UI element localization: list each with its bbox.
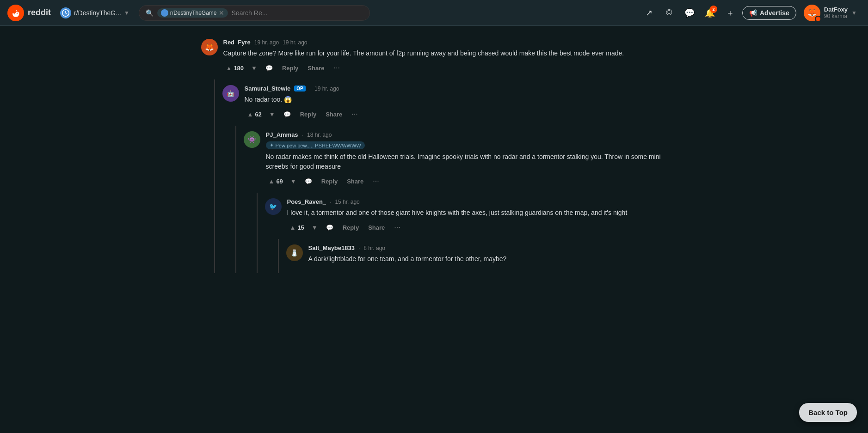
- user-profile-menu[interactable]: 🦊 DatFoxy 90 karma ▼: [800, 3, 861, 23]
- comment-author[interactable]: Salt_Maybe1833: [308, 244, 355, 251]
- downvote-icon: [269, 111, 275, 118]
- comment-icon: 💬: [283, 111, 291, 118]
- comment-icon: 💬: [305, 178, 312, 185]
- avatar: 🦊: [201, 39, 218, 55]
- search-bar[interactable]: 🔍 r/DestinyTheGame ✕: [139, 5, 370, 21]
- comment-author[interactable]: Red_Fyre: [223, 39, 251, 46]
- vote-count: 62: [255, 111, 261, 118]
- upvote-button[interactable]: 180: [223, 63, 247, 73]
- comment-author[interactable]: PJ_Ammas: [266, 131, 298, 138]
- reply-button[interactable]: Reply: [318, 176, 341, 187]
- avatar: 🤖: [222, 85, 239, 102]
- downvote-icon: [312, 224, 318, 231]
- comment-indent-level-3: 🐦 Poes_Raven_ · 15 hr. ago I love it, a …: [257, 193, 667, 273]
- chevron-down-icon: ▼: [124, 10, 129, 16]
- upvote-button[interactable]: 69: [266, 176, 286, 187]
- comment-samurai-stewie: 🤖 Samurai_Stewie OP · 19 hr. ago No rada…: [222, 79, 667, 126]
- awards-icon: ©: [666, 8, 672, 18]
- subreddit-selector[interactable]: r/DestinyTheG... ▼: [56, 6, 133, 20]
- notification-badge: 2: [710, 6, 717, 13]
- comment-actions: 69 💬 Reply Share ···: [266, 175, 667, 187]
- more-options-button[interactable]: ···: [348, 108, 361, 120]
- downvote-icon: [251, 65, 257, 72]
- reddit-logo[interactable]: reddit: [7, 5, 51, 21]
- more-options-button[interactable]: ···: [390, 221, 404, 233]
- more-options-button[interactable]: ···: [330, 62, 344, 74]
- subreddit-name: r/DestinyTheG...: [74, 9, 121, 17]
- comment-icon-button[interactable]: 💬: [301, 176, 316, 187]
- plus-icon: ＋: [726, 7, 734, 18]
- downvote-icon: [290, 178, 296, 185]
- search-input[interactable]: [232, 9, 363, 17]
- comment-body: Poes_Raven_ · 15 hr. ago I love it, a to…: [287, 198, 667, 233]
- comment-icon-button[interactable]: 💬: [280, 109, 295, 120]
- comment-meta: Poes_Raven_ · 15 hr. ago: [287, 198, 667, 205]
- avatar: 👾: [244, 131, 260, 148]
- create-post-button[interactable]: ＋: [722, 5, 739, 21]
- vote-count: 69: [276, 178, 283, 185]
- trending-button[interactable]: ↗: [640, 5, 657, 21]
- reddit-icon: [7, 5, 24, 21]
- downvote-button[interactable]: [288, 176, 299, 187]
- reply-button[interactable]: Reply: [339, 222, 363, 233]
- comment-body: Samurai_Stewie OP · 19 hr. ago No radar …: [245, 85, 667, 120]
- upvote-button[interactable]: 62: [245, 109, 265, 120]
- comment-time: ·: [302, 132, 303, 138]
- comment-thread: 🦊 Red_Fyre 19 hr. ago 19 hr. ago Capture…: [194, 33, 675, 273]
- reply-button[interactable]: Reply: [278, 63, 302, 73]
- share-button[interactable]: Share: [343, 176, 367, 187]
- comment-red-fyre: 🦊 Red_Fyre 19 hr. ago 19 hr. ago Capture…: [201, 33, 667, 79]
- comment-time: ·: [309, 85, 311, 92]
- upvote-icon: [247, 111, 253, 118]
- comment-icon-button[interactable]: 💬: [322, 222, 337, 233]
- comment-flair: ✦ Pew pew pew..... PSHEEWWWWWW: [266, 141, 365, 149]
- downvote-button[interactable]: [266, 109, 278, 120]
- downvote-button[interactable]: [309, 222, 320, 233]
- megaphone-icon: 📢: [749, 9, 757, 17]
- comment-actions: 62 💬 Reply Share ···: [245, 108, 667, 120]
- more-options-button[interactable]: ···: [369, 175, 382, 187]
- comment-time-value: 15 hr. ago: [335, 199, 359, 205]
- main-content: 🦊 Red_Fyre 19 hr. ago 19 hr. ago Capture…: [194, 26, 675, 281]
- comment-icon: 💬: [326, 224, 333, 231]
- vote-count: 180: [234, 65, 244, 72]
- comment-body: PJ_Ammas · 18 hr. ago ✦ Pew pew pew.....…: [266, 131, 667, 187]
- reply-button[interactable]: Reply: [296, 109, 320, 120]
- back-to-top-button[interactable]: Back to Top: [799, 403, 857, 422]
- share-button[interactable]: Share: [304, 63, 328, 73]
- avatar: 🦊: [804, 5, 820, 21]
- reddit-wordmark: reddit: [28, 8, 51, 18]
- comment-icon-button[interactable]: 💬: [262, 63, 277, 73]
- search-tag-icon: [161, 9, 168, 17]
- awards-button[interactable]: ©: [661, 5, 677, 21]
- notifications-button[interactable]: 🔔 2: [702, 5, 718, 21]
- comment-text: No radar makes me think of the old Hallo…: [266, 152, 667, 171]
- share-button[interactable]: Share: [322, 109, 346, 120]
- comment-author[interactable]: Samurai_Stewie: [245, 85, 291, 92]
- search-tag-close-icon[interactable]: ✕: [219, 9, 224, 17]
- comment-meta: Samurai_Stewie OP · 19 hr. ago: [245, 85, 667, 92]
- comment-actions: 180 💬 Reply Share ···: [223, 62, 667, 74]
- comment-time: ·: [358, 245, 360, 251]
- comment-time-value: 19 hr. ago: [314, 85, 339, 92]
- op-badge: OP: [294, 85, 305, 91]
- avatar: 🧂: [286, 244, 303, 261]
- comment-indent-level-1: 🤖 Samurai_Stewie OP · 19 hr. ago No rada…: [214, 79, 667, 273]
- comment-text: No radar too. 😱: [245, 95, 667, 104]
- vote-count: 15: [297, 224, 304, 231]
- flair-icon: ✦: [270, 142, 274, 148]
- downvote-button[interactable]: [248, 63, 260, 73]
- chat-button[interactable]: 💬: [681, 5, 698, 21]
- user-chevron-icon: ▼: [851, 10, 857, 16]
- upvote-button[interactable]: 15: [287, 222, 307, 233]
- comment-author[interactable]: Poes_Raven_: [287, 198, 326, 205]
- advertise-button[interactable]: 📢 Advertise: [742, 6, 796, 20]
- upvote-icon: [269, 178, 275, 185]
- share-button[interactable]: Share: [364, 222, 388, 233]
- comment-text: I love it, a tormentor and one of those …: [287, 208, 667, 218]
- user-avatar-badge: [815, 16, 821, 22]
- comment-poes-raven: 🐦 Poes_Raven_ · 15 hr. ago I love it, a …: [265, 193, 667, 239]
- header-actions: ↗ © 💬 🔔 2 ＋ 📢 Advertise 🦊 DatFoxy 90 kar: [640, 3, 861, 23]
- comment-time-value: 18 hr. ago: [307, 132, 332, 138]
- comment-time-value: 19 hr. ago: [283, 39, 307, 46]
